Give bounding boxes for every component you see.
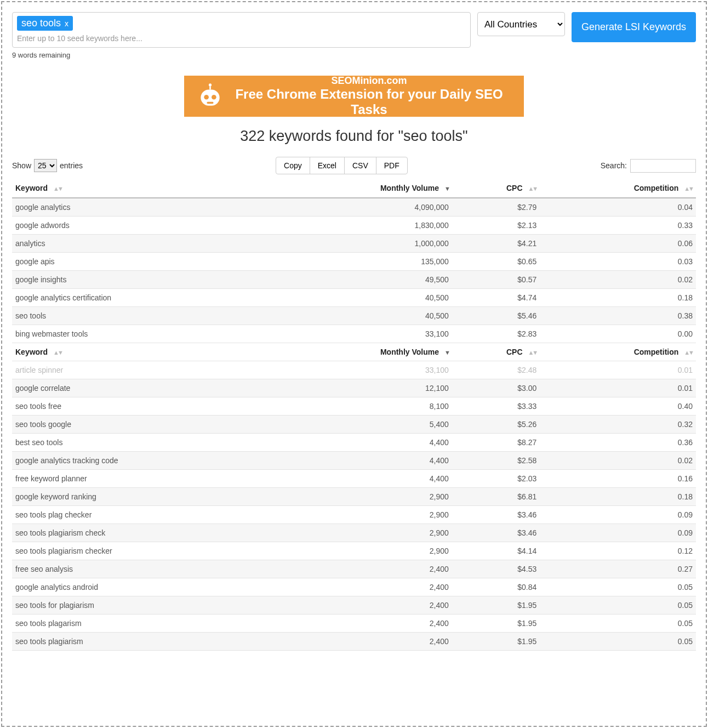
cell-cpc: $2.58 xyxy=(452,452,540,470)
cell-keyword: seo tools plagarism xyxy=(12,615,273,633)
col-competition[interactable]: Competition ▲▼ xyxy=(540,343,696,361)
table-row[interactable]: analytics1,000,000$4.210.06 xyxy=(12,235,696,253)
table-row[interactable]: seo tools plagarism2,400$1.950.05 xyxy=(12,615,696,633)
col-keyword[interactable]: Keyword ▲▼ xyxy=(12,343,273,361)
table-row[interactable]: google insights49,500$0.570.02 xyxy=(12,271,696,289)
cell-competition: 0.09 xyxy=(540,506,696,524)
generate-button[interactable]: Generate LSI Keywords xyxy=(572,12,696,42)
table-row[interactable]: google analytics android2,400$0.840.05 xyxy=(12,578,696,596)
search-input[interactable] xyxy=(630,159,696,173)
csv-button[interactable]: CSV xyxy=(344,157,376,174)
cell-cpc: $8.27 xyxy=(452,434,540,452)
cell-competition: 0.01 xyxy=(540,379,696,397)
cell-cpc: $5.26 xyxy=(452,416,540,434)
cell-competition: 0.05 xyxy=(540,615,696,633)
col-volume[interactable]: Monthly Volume ▼ xyxy=(273,179,452,198)
seed-keywords-box[interactable]: seo tools x xyxy=(12,12,471,48)
cell-keyword: seo tools xyxy=(12,307,273,325)
cell-volume: 2,400 xyxy=(273,633,452,651)
cell-competition: 0.04 xyxy=(540,198,696,217)
top-controls: seo tools x All Countries Generate LSI K… xyxy=(12,12,696,48)
table-row[interactable]: best seo tools4,400$8.270.36 xyxy=(12,434,696,452)
table-row[interactable]: google adwords1,830,000$2.130.33 xyxy=(12,217,696,235)
table-head: Keyword ▲▼ Monthly Volume ▼ CPC ▲▼ Compe… xyxy=(12,179,696,198)
cell-cpc: $0.84 xyxy=(452,578,540,596)
col-cpc[interactable]: CPC ▲▼ xyxy=(452,179,540,198)
table-row[interactable]: seo tools free8,100$3.330.40 xyxy=(12,397,696,416)
copy-button[interactable]: Copy xyxy=(276,157,310,174)
entries-select[interactable]: 25 xyxy=(34,159,57,172)
table-row[interactable]: seo tools plagiarism checker2,900$4.140.… xyxy=(12,542,696,560)
country-select[interactable]: All Countries xyxy=(477,12,565,36)
table-row[interactable]: free seo analysis2,400$4.530.27 xyxy=(12,560,696,578)
cell-competition: 0.18 xyxy=(540,488,696,506)
table-row[interactable]: article spinner33,100$2.480.01 xyxy=(12,361,696,379)
table-row[interactable]: bing webmaster tools33,100$2.830.00 xyxy=(12,325,696,343)
cell-volume: 135,000 xyxy=(273,253,452,271)
cell-volume: 4,400 xyxy=(273,470,452,488)
cell-competition: 0.36 xyxy=(540,434,696,452)
cell-cpc: $2.13 xyxy=(452,217,540,235)
cell-keyword: seo tools google xyxy=(12,416,273,434)
cell-keyword: free keyword planner xyxy=(12,470,273,488)
show-label-pre: Show xyxy=(12,161,31,170)
results-table-wrap: Keyword ▲▼ Monthly Volume ▼ CPC ▲▼ Compe… xyxy=(12,179,696,651)
col-competition[interactable]: Competition ▲▼ xyxy=(540,179,696,198)
remove-chip-icon[interactable]: x xyxy=(65,20,68,27)
table-row[interactable]: google analytics certification40,500$4.7… xyxy=(12,289,696,307)
cell-volume: 4,090,000 xyxy=(273,198,452,217)
cell-cpc: $4.53 xyxy=(452,560,540,578)
col-cpc[interactable]: CPC ▲▼ xyxy=(452,343,540,361)
cell-keyword: bing webmaster tools xyxy=(12,325,273,343)
cell-keyword: seo tools plag checker xyxy=(12,506,273,524)
table-row[interactable]: google correlate12,100$3.000.01 xyxy=(12,379,696,397)
table-row[interactable]: google analytics tracking code4,400$2.58… xyxy=(12,452,696,470)
svg-point-0 xyxy=(209,83,212,86)
cell-competition: 0.01 xyxy=(540,361,696,379)
col-keyword[interactable]: Keyword ▲▼ xyxy=(12,179,273,198)
table-row[interactable]: free keyword planner4,400$2.030.16 xyxy=(12,470,696,488)
cell-volume: 1,830,000 xyxy=(273,217,452,235)
cell-competition: 0.40 xyxy=(540,397,696,416)
cell-keyword: google insights xyxy=(12,271,273,289)
promo-banner[interactable]: SEOMinion.com Free Chrome Extension for … xyxy=(184,76,524,117)
seed-input[interactable] xyxy=(17,34,466,43)
table-row[interactable]: seo tools40,500$5.460.38 xyxy=(12,307,696,325)
robot-icon xyxy=(195,81,225,111)
cell-keyword: best seo tools xyxy=(12,434,273,452)
excel-button[interactable]: Excel xyxy=(310,157,345,174)
cell-competition: 0.05 xyxy=(540,596,696,615)
cell-competition: 0.00 xyxy=(540,325,696,343)
table-row[interactable]: seo tools plagiarism check2,900$3.460.09 xyxy=(12,524,696,542)
cell-competition: 0.09 xyxy=(540,524,696,542)
cell-competition: 0.05 xyxy=(540,633,696,651)
table-row[interactable]: seo tools google5,400$5.260.32 xyxy=(12,416,696,434)
cell-competition: 0.18 xyxy=(540,289,696,307)
cell-keyword: free seo analysis xyxy=(12,560,273,578)
sort-desc-icon: ▼ xyxy=(444,185,449,192)
cell-volume: 12,100 xyxy=(273,379,452,397)
cell-volume: 2,900 xyxy=(273,524,452,542)
cell-competition: 0.05 xyxy=(540,578,696,596)
table-row[interactable]: google analytics4,090,000$2.790.04 xyxy=(12,198,696,217)
cell-volume: 49,500 xyxy=(273,271,452,289)
table-row[interactable]: seo tools for plagiarism2,400$1.950.05 xyxy=(12,596,696,615)
cell-keyword: analytics xyxy=(12,235,273,253)
table-row[interactable]: seo tools plagiarism2,400$1.950.05 xyxy=(12,633,696,651)
col-volume[interactable]: Monthly Volume ▼ xyxy=(273,343,452,361)
cell-cpc: $0.65 xyxy=(452,253,540,271)
cell-keyword: google analytics android xyxy=(12,578,273,596)
cell-volume: 40,500 xyxy=(273,289,452,307)
cell-volume: 1,000,000 xyxy=(273,235,452,253)
table-row[interactable]: google apis135,000$0.650.03 xyxy=(12,253,696,271)
cell-competition: 0.27 xyxy=(540,560,696,578)
svg-point-4 xyxy=(212,95,216,100)
cell-cpc: $1.95 xyxy=(452,633,540,651)
cell-keyword: google analytics xyxy=(12,198,273,217)
sort-icon: ▲▼ xyxy=(53,185,62,192)
cell-volume: 2,400 xyxy=(273,615,452,633)
table-row[interactable]: seo tools plag checker2,900$3.460.09 xyxy=(12,506,696,524)
table-row[interactable]: google keyword ranking2,900$6.810.18 xyxy=(12,488,696,506)
pdf-button[interactable]: PDF xyxy=(376,157,408,174)
table-controls: Show 25 entries Copy Excel CSV PDF Searc… xyxy=(12,157,696,174)
